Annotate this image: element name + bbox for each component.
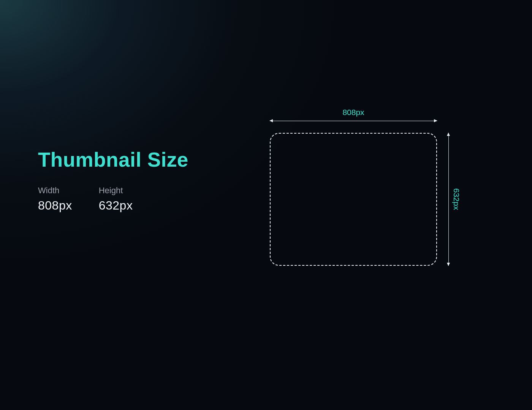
thumbnail-outline-icon [270, 133, 437, 266]
height-measure-line-icon [448, 133, 449, 266]
thumbnail-size-spec: Thumbnail Size Width 808px Height 632px … [0, 0, 469, 364]
width-value: 808px [38, 199, 72, 213]
width-measure-label: 808px [270, 108, 437, 117]
thumbnail-diagram: 808px 632px [262, 110, 460, 273]
width-label: Width [38, 186, 72, 196]
width-measure-line-icon [270, 121, 437, 121]
height-value: 632px [99, 199, 133, 213]
height-measure-label: 632px [452, 133, 461, 266]
spec-text-panel: Thumbnail Size Width 808px Height 632px [38, 148, 188, 213]
dimensions-row: Width 808px Height 632px [38, 186, 188, 213]
height-label: Height [99, 186, 133, 196]
width-group: Width 808px [38, 186, 72, 213]
height-group: Height 632px [99, 186, 133, 213]
spec-title: Thumbnail Size [38, 148, 188, 171]
